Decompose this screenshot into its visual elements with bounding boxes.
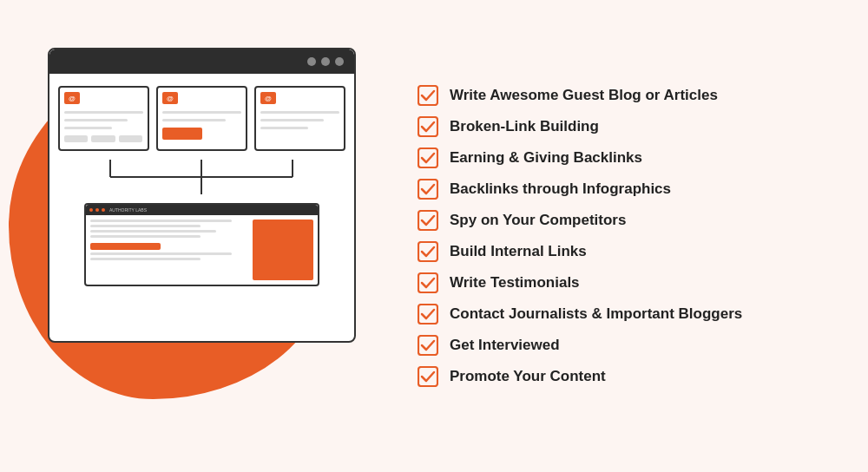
check-icon-5: [417, 209, 439, 232]
checklist-item: Write Awesome Guest Blog or Articles: [417, 82, 842, 109]
bottom-left-content: [90, 220, 247, 280]
check-icon-8: [417, 303, 439, 325]
item-label-6: Build Internal Links: [450, 243, 587, 260]
item-label-10: Promote Your Content: [450, 368, 606, 385]
card-line: [162, 119, 226, 121]
card-2: [156, 86, 247, 151]
bottom-dot-1: [89, 208, 93, 212]
card-line: [162, 111, 241, 114]
check-icon-6: [417, 240, 439, 263]
item-label-9: Get Interviewed: [450, 337, 560, 354]
browser-topbar: [49, 49, 354, 74]
card-icon-3: [260, 92, 276, 104]
connector-lines: [58, 160, 345, 194]
bottom-line: [90, 230, 216, 233]
browser-dot-2: [321, 57, 330, 66]
checklist-item: Earning & Giving Backlinks: [417, 144, 842, 172]
checklist-item: Promote Your Content: [417, 363, 842, 390]
item-label-3: Earning & Giving Backlinks: [450, 149, 642, 167]
bottom-line: [90, 225, 201, 227]
bottom-topbar: AUTHORITY LABS: [86, 205, 318, 215]
card-line: [260, 119, 324, 121]
checklist-item: Spy on Your Competitors: [417, 206, 842, 234]
browser-content: AUTHORITY LABS: [49, 74, 354, 295]
check-icon-1: [417, 84, 439, 107]
bottom-line: [90, 258, 201, 260]
bottom-card: AUTHORITY LABS: [84, 203, 319, 286]
item-label-5: Spy on Your Competitors: [450, 212, 626, 229]
check-icon-10: [417, 365, 439, 388]
checklist: Write Awesome Guest Blog or Articles Bro…: [417, 82, 842, 390]
check-icon-2: [417, 115, 439, 138]
card-line: [64, 127, 112, 129]
checklist-item: Get Interviewed: [417, 331, 842, 359]
right-panel: Write Awesome Guest Blog or Articles Bro…: [399, 0, 868, 472]
item-label-1: Write Awesome Guest Blog or Articles: [450, 87, 718, 104]
left-panel: AUTHORITY LABS: [0, 0, 399, 472]
bottom-dot-2: [95, 208, 99, 212]
card-line: [260, 127, 308, 129]
cards-row: [58, 86, 345, 151]
card-1: [58, 86, 149, 151]
item-label-4: Backlinks through Infographics: [450, 180, 671, 198]
check-icon-4: [417, 178, 439, 200]
check-icon-3: [417, 147, 439, 169]
browser-dot-1: [307, 57, 316, 66]
checklist-item: Contact Journalists & Important Bloggers: [417, 300, 842, 328]
bottom-line: [90, 252, 232, 255]
checklist-item: Broken-Link Building: [417, 113, 842, 141]
browser-dot-3: [335, 57, 344, 66]
checklist-item: Build Internal Links: [417, 238, 842, 266]
bottom-right-image: [253, 220, 313, 280]
check-icon-7: [417, 272, 439, 294]
bottom-line: [90, 235, 201, 238]
checklist-item: Backlinks through Infographics: [417, 175, 842, 203]
card-icon-2: [162, 92, 178, 104]
card-3: [254, 86, 345, 151]
card-line: [260, 111, 339, 114]
bottom-card-content: [90, 220, 313, 280]
card-rect: [162, 128, 202, 140]
check-icon-9: [417, 334, 439, 357]
bottom-dot-3: [102, 208, 105, 212]
authority-label: AUTHORITY LABS: [109, 207, 147, 213]
item-label-8: Contact Journalists & Important Bloggers: [450, 305, 742, 323]
card-line: [64, 119, 128, 121]
bottom-btn: [90, 243, 161, 250]
checklist-item: Write Testimonials: [417, 269, 842, 297]
browser-illustration: AUTHORITY LABS: [48, 48, 356, 343]
item-label-7: Write Testimonials: [450, 274, 580, 292]
bottom-line: [90, 220, 232, 222]
card-icon-1: [64, 92, 80, 104]
item-label-2: Broken-Link Building: [450, 118, 599, 135]
card-line: [64, 111, 143, 114]
